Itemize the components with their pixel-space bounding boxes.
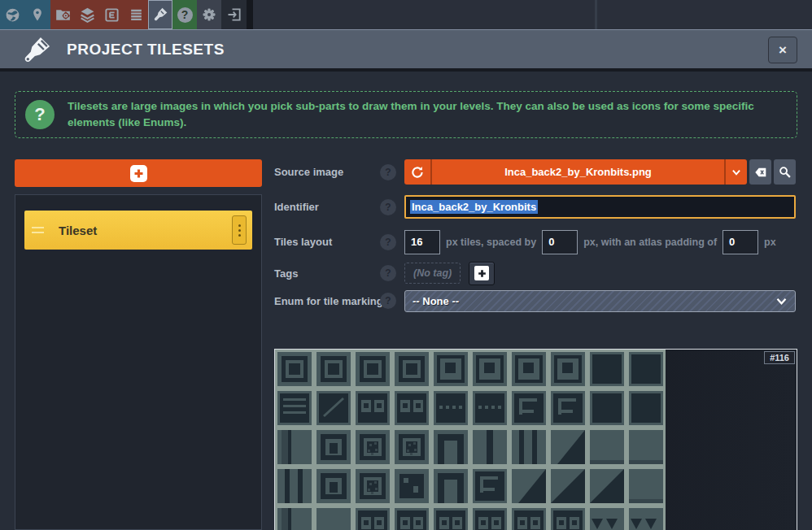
refresh-image-button[interactable] (404, 159, 432, 185)
identifier-input[interactable]: Inca_back2_by_Kronbits (404, 195, 796, 219)
panel-title: PROJECT TILESETS (67, 41, 225, 59)
source-image-picker: Inca_back2_by_Kronbits.png (404, 159, 747, 185)
folder-gear-icon[interactable] (50, 0, 75, 29)
toolbar-gap (247, 0, 253, 29)
chevron-down-icon (731, 167, 742, 178)
source-image-dropdown-button[interactable] (724, 159, 747, 185)
toolbar-divider (595, 0, 597, 29)
paint-brush-tab-selected[interactable] (148, 0, 172, 29)
folder-gear-icon-glyph (55, 7, 72, 23)
help-text: Tilesets are large images in which you p… (68, 98, 785, 137)
tiles-layout-label: Tiles layout (274, 236, 332, 248)
world-icon-glyph (4, 7, 21, 24)
identifier-help-icon[interactable]: ? (380, 199, 396, 215)
top-toolbar: ? (0, 0, 812, 29)
locate-image-button[interactable] (774, 159, 796, 185)
drag-handle-icon[interactable] (32, 227, 44, 233)
chevron-down-icon (775, 295, 788, 307)
help-box: ? Tilesets are large images in which you… (15, 91, 797, 138)
enum-box-icon-glyph (104, 7, 120, 23)
source-image-row: Source image ? Inca_back2_by_Kronbits.pn… (274, 159, 797, 185)
help-icon: ? (177, 7, 193, 23)
layers-icon-glyph (79, 7, 96, 24)
source-image-help-icon[interactable]: ? (380, 164, 396, 180)
list-icon[interactable] (124, 0, 148, 29)
refresh-icon (410, 165, 425, 180)
help-tab[interactable]: ? (172, 0, 197, 29)
project-tilesets-panel: ? (0, 0, 812, 530)
tiles-layout-help-icon[interactable]: ? (380, 234, 396, 250)
atlas-padding-input[interactable]: 0 (723, 230, 758, 254)
map-pin-icon-glyph (30, 7, 45, 23)
map-pin-icon[interactable] (25, 0, 50, 29)
tags-help-icon[interactable]: ? (380, 265, 396, 281)
toolbar-group-project (50, 0, 148, 29)
item-menu-button[interactable] (232, 215, 247, 245)
list-icon-glyph (129, 7, 144, 23)
toolbar-spacer (253, 0, 812, 29)
tileset-list-item[interactable]: Tileset (24, 211, 252, 250)
tileset-item-label: Tileset (59, 224, 97, 237)
tile-spacing-input[interactable]: 0 (542, 230, 578, 254)
enum-marking-label: Enum for tile marking (274, 295, 383, 307)
enum-marking-select[interactable]: -- None -- (404, 290, 796, 312)
no-tag-placeholder: (No tag) (404, 263, 461, 284)
layers-icon[interactable] (75, 0, 99, 29)
add-tag-button[interactable] (469, 262, 495, 285)
source-image-value[interactable]: Inca_back2_by_Kronbits.png (432, 159, 724, 185)
world-icon[interactable] (1, 0, 25, 29)
plus-icon (474, 266, 489, 280)
exit-icon (226, 7, 242, 23)
enum-marking-value: -- None -- (413, 295, 775, 307)
settings-gear-icon (201, 7, 217, 23)
toolbar-group-world (0, 0, 50, 29)
identifier-label: Identifier (274, 201, 319, 213)
panel-brush-icon (21, 34, 54, 65)
clear-image-button[interactable] (749, 159, 771, 185)
tileset-image[interactable] (275, 350, 666, 530)
settings-tab[interactable] (197, 0, 221, 29)
enum-marking-row: Enum for tile marking ? -- None -- (274, 289, 797, 312)
tags-label: Tags (274, 267, 298, 280)
add-tileset-button[interactable] (15, 159, 262, 187)
tileset-list: Tileset (15, 194, 262, 530)
tiles-layout-text-1: px tiles, spaced by (446, 237, 536, 248)
tileset-preview: #116 (274, 349, 797, 530)
tags-row: Tags ? (No tag) (274, 262, 797, 285)
enum-marking-help-icon[interactable]: ? (380, 293, 396, 309)
identifier-row: Identifier ? Inca_back2_by_Kronbits (274, 195, 797, 219)
clear-backspace-icon (753, 166, 768, 179)
tiles-layout-text-3: px (764, 237, 776, 248)
exit-tab[interactable] (222, 0, 247, 29)
panel-header: PROJECT TILESETS × (0, 29, 812, 72)
tiles-layout-text-2: px, with an atlas padding of (583, 237, 717, 248)
plus-icon (130, 165, 147, 182)
enum-box-icon[interactable] (99, 0, 124, 29)
search-icon (778, 165, 792, 179)
source-image-label: Source image (274, 166, 343, 178)
tile-size-input[interactable]: 16 (404, 230, 440, 254)
close-button[interactable]: × (768, 37, 797, 63)
paint-brush-icon (152, 7, 168, 23)
tile-count-badge: #116 (764, 351, 795, 364)
identifier-selected-text: Inca_back2_by_Kronbits (410, 200, 538, 214)
tiles-layout-row: Tiles layout ? 16 px tiles, spaced by 0 … (274, 229, 797, 254)
help-question-icon: ? (25, 100, 55, 129)
